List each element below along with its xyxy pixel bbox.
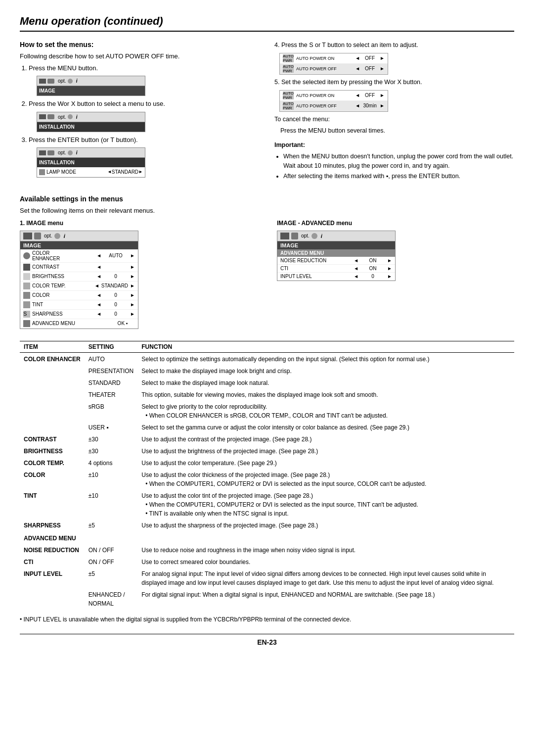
info-icon: i — [64, 233, 65, 239]
menu-row-input-level: INPUT LEVEL ◄ 0 ► — [277, 273, 395, 281]
image-menu-col: 1. IMAGE menu opt. i IMAGE COLORENHANCER… — [20, 220, 257, 333]
how-to-set-intro: Following describe how to set AUTO POWER… — [20, 51, 260, 61]
step-3: Press the ENTER button (or T button). op… — [29, 135, 260, 178]
tint-icon — [23, 301, 30, 308]
step-2: Press the Wor X button to select a menu … — [29, 99, 260, 132]
color-temp-icon — [23, 283, 30, 289]
step-1: Press the MENU button. opt. i IMAGE — [29, 63, 260, 96]
table-row: STANDARDSelect to make the displayed ima… — [20, 377, 514, 388]
image-menu-box: opt. i IMAGE COLORENHANCER ◄ AUTO ► CONT… — [20, 231, 138, 329]
table-row: PRESENTATIONSelect to make the displayed… — [20, 365, 514, 377]
image-menu-title: IMAGE — [20, 241, 138, 249]
page-number: EN-23 — [20, 634, 514, 646]
adv-menu-sub: ADVANCED MENU — [277, 249, 395, 257]
how-to-set-title: How to set the menus: — [20, 41, 260, 48]
brightness-label: BRIGHTNESS — [32, 274, 96, 279]
settings-table: Item Setting Function COLOR ENHANCERAUTO… — [20, 341, 514, 609]
table-row: CONTRAST±30Use to adjust the contrast of… — [20, 433, 514, 445]
menu-icon-3 — [54, 233, 60, 239]
col-function: Function — [137, 341, 514, 352]
table-row: INPUT LEVEL±5For analog signal input: Th… — [20, 567, 514, 588]
adv-menu-image-title: IMAGE — [277, 241, 395, 249]
advanced-menu-icon — [23, 320, 30, 327]
noise-label: NOISE REDUCTION — [280, 258, 354, 263]
available-settings-subtitle: Set the following items on their relevan… — [20, 206, 514, 216]
table-row: ENHANCED / NORMALFor digital signal inpu… — [20, 588, 514, 609]
menu-row-color-temp: COLOR TEMP. ◄ STANDARD ► — [20, 282, 138, 291]
footnote: • INPUT LEVEL is unavailable when the di… — [20, 615, 514, 624]
image-advanced-menu-col: IMAGE - ADVANCED menu opt. i IMAGE ADVAN… — [277, 220, 514, 333]
menu-row-cti: CTI ◄ ON ► — [277, 265, 395, 273]
table-row: CTION / OFFUse to correct smeared color … — [20, 556, 514, 567]
col-setting: Setting — [85, 341, 138, 352]
important-box: Important: When the MENU button doesn't … — [274, 141, 514, 181]
menu-row-tint: TINT ◄ 0 ► — [20, 300, 138, 310]
col-item: Item — [20, 341, 85, 352]
image-menu-label: 1. IMAGE menu — [20, 220, 257, 227]
opt-label: opt. — [44, 233, 52, 238]
color-temp-label: COLOR TEMP. — [32, 283, 94, 288]
adv-menu-icon-1 — [280, 233, 289, 239]
cancel-step: Press the MENU button several times. — [280, 126, 514, 136]
menu-row-noise: NOISE REDUCTION ◄ ON ► — [277, 257, 395, 265]
table-row: COLOR ENHANCERAUTOSelect to optimize the… — [20, 352, 514, 365]
table-row: THEATERThis option, suitable for viewing… — [20, 388, 514, 400]
table-row: SHARPNESS±5Use to adjust the sharpness o… — [20, 519, 514, 531]
cti-label: CTI — [280, 266, 354, 271]
menu-icon-1 — [23, 233, 32, 239]
menu-row-color-enhancer: COLORENHANCER ◄ AUTO ► — [20, 249, 138, 263]
table-row: sRGBSelect to give priority to the color… — [20, 400, 514, 421]
menu-image-1: opt. i IMAGE — [37, 76, 145, 96]
advanced-menu-label: ADVANCED MENU — [32, 321, 110, 326]
adv-info-icon: i — [321, 233, 322, 239]
table-row: TINT±10Use to adjust the color tint of t… — [20, 489, 514, 519]
adv-opt-label: opt. — [301, 233, 310, 238]
available-settings-title: Available settings in the menus — [20, 195, 514, 203]
menu-image-3: opt. i INSTALLATION LAMP MODE ◄ STANDARD… — [37, 147, 145, 178]
table-row: COLOR±10Use to adjust the color thicknes… — [20, 469, 514, 489]
table-row: BRIGHTNESS±30Use to adjust the brightnes… — [20, 445, 514, 457]
contrast-label: CONTRAST — [32, 264, 96, 270]
adv-menu-icon-2 — [291, 233, 298, 239]
color-enhancer-icon — [23, 252, 30, 259]
menu-row-contrast: CONTRAST ◄ ► — [20, 263, 138, 272]
table-row: ADVANCED MENU — [20, 531, 514, 544]
table-row: NOISE REDUCTIONON / OFFUse to reduce noi… — [20, 544, 514, 556]
brightness-icon — [23, 273, 30, 280]
table-header-row: Item Setting Function — [20, 341, 514, 352]
input-level-label: INPUT LEVEL — [280, 274, 354, 279]
important-title: Important: — [274, 141, 514, 150]
available-settings-section: Available settings in the menus Set the … — [20, 195, 514, 333]
sharpness-icon: S — [23, 311, 30, 318]
menu-image-2: opt. i INSTALLATION — [37, 112, 145, 132]
step-5-text: 5. Set the selected item by pressing the… — [274, 78, 514, 87]
important-bullet-2: After selecting the items marked with ▪,… — [283, 172, 514, 181]
important-bullet-1: When the MENU button doesn't function, u… — [283, 152, 514, 171]
menu-icon-2 — [34, 233, 41, 239]
color-label: COLOR — [32, 292, 96, 298]
auto-power-box-2: AUTOPWR AUTO POWER ON ◄ OFF ► AUTOPWR AU… — [279, 90, 388, 112]
menu-row-brightness: BRIGHTNESS ◄ 0 ► — [20, 272, 138, 282]
image-advanced-menu-box: opt. i IMAGE ADVANCED MENU NOISE REDUCTI… — [277, 231, 396, 281]
auto-power-box-1: AUTOPWR AUTO POWER ON ◄ OFF ► AUTOPWR AU… — [279, 53, 388, 75]
tint-label: TINT — [32, 302, 96, 307]
contrast-icon — [23, 264, 30, 271]
menus-row: 1. IMAGE menu opt. i IMAGE COLORENHANCER… — [20, 220, 514, 333]
menu-row-sharpness: S SHARPNESS ◄ 0 ► — [20, 310, 138, 319]
color-icon — [23, 292, 30, 299]
menu-row-advanced: ADVANCED MENU OK ▪ — [20, 319, 138, 329]
menu-row-color: COLOR ◄ 0 ► — [20, 291, 138, 300]
color-enhancer-value: AUTO — [103, 253, 128, 258]
adv-menu-icon-3 — [312, 233, 317, 239]
color-enhancer-label: COLORENHANCER — [32, 250, 96, 261]
page-title: Menu operation (continued) — [20, 15, 514, 32]
sharpness-label: SHARPNESS — [32, 311, 96, 317]
step-4-text: 4. Press the S or T button to select an … — [274, 41, 514, 50]
image-advanced-menu-label: IMAGE - ADVANCED menu — [277, 220, 514, 227]
table-row: COLOR TEMP.4 optionsUse to adjust the co… — [20, 457, 514, 469]
cancel-note: To cancel the menu: — [274, 115, 514, 124]
table-row: USER ▪Select to set the gamma curve or a… — [20, 421, 514, 433]
